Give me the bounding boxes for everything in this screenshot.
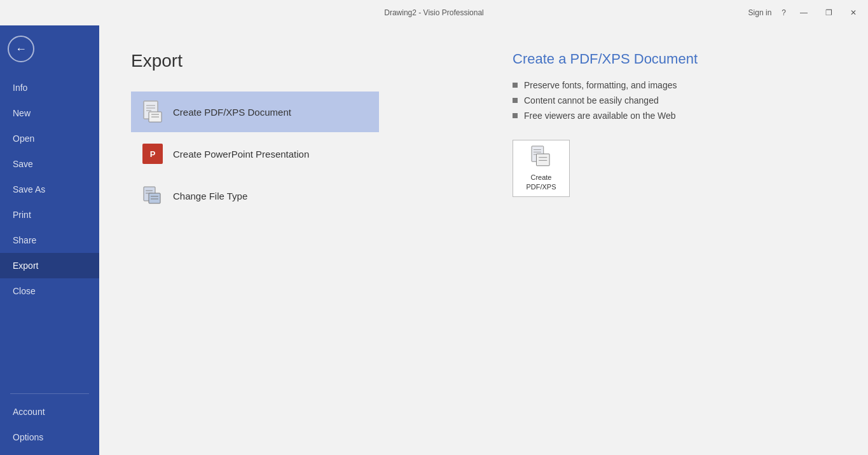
bullet-item: Preserve fonts, formatting, and images <box>513 80 836 90</box>
panel-title: Create a PDF/XPS Document <box>513 51 836 67</box>
pdf-xps-icon <box>141 100 164 123</box>
sidebar: ← Info New Open Save Save As Print Share… <box>0 25 99 455</box>
main-layout: ← Info New Open Save Save As Print Share… <box>0 25 868 455</box>
restore-button[interactable]: ❐ <box>822 7 836 18</box>
bullet-square-icon <box>513 113 518 118</box>
bullet-square-icon <box>513 98 518 103</box>
export-options-list: Create PDF/XPS Document P Create PowerPo… <box>131 92 379 216</box>
titlebar: Drawing2 - Visio Professional Sign in ? … <box>0 0 868 25</box>
export-option-label: Change File Type <box>173 191 247 201</box>
sidebar-item-print[interactable]: Print <box>0 202 99 228</box>
sidebar-item-label: Account <box>13 407 45 417</box>
svg-rect-11 <box>149 193 160 203</box>
svg-rect-18 <box>537 154 550 166</box>
sidebar-item-account[interactable]: Account <box>0 399 99 424</box>
bullet-square-icon <box>513 83 518 88</box>
sidebar-item-save-as[interactable]: Save As <box>0 177 99 202</box>
sidebar-item-label: Options <box>13 432 43 442</box>
create-pdf-xps-btn-icon <box>530 146 553 169</box>
sidebar-item-label: Open <box>13 133 34 144</box>
sidebar-divider <box>10 393 89 394</box>
help-button[interactable]: ? <box>782 8 786 17</box>
titlebar-title: Drawing2 - Visio Professional <box>384 8 484 17</box>
page-title: Export <box>131 51 449 71</box>
sidebar-item-label: Share <box>13 235 36 245</box>
sidebar-item-export[interactable]: Export <box>0 253 99 278</box>
close-button[interactable]: ✕ <box>846 7 860 18</box>
sidebar-item-label: Print <box>13 210 31 220</box>
change-type-icon <box>141 184 164 207</box>
sidebar-item-new[interactable]: New <box>0 100 99 126</box>
sidebar-item-label: Info <box>13 83 27 93</box>
bullet-text: Free viewers are available on the Web <box>524 111 676 121</box>
sidebar-item-share[interactable]: Share <box>0 228 99 253</box>
sidebar-item-label: Save As <box>13 184 45 194</box>
sidebar-item-info[interactable]: Info <box>0 75 99 100</box>
back-icon: ← <box>15 43 27 56</box>
bullet-text: Preserve fonts, formatting, and images <box>524 80 677 90</box>
export-option-label: Create PDF/XPS Document <box>173 107 291 118</box>
export-option-pdf-xps[interactable]: Create PDF/XPS Document <box>131 92 379 132</box>
sidebar-item-label: New <box>13 108 31 118</box>
bullet-text: Content cannot be easily changed <box>524 95 659 105</box>
bullet-item: Free viewers are available on the Web <box>513 111 836 121</box>
export-option-change-type[interactable]: Change File Type <box>131 175 379 216</box>
export-option-ppt[interactable]: P Create PowerPoint Presentation <box>131 133 379 174</box>
sidebar-item-label: Export <box>13 261 38 271</box>
create-pdf-xps-button[interactable]: Create PDF/XPS <box>513 140 570 197</box>
sidebar-item-open[interactable]: Open <box>0 126 99 151</box>
sidebar-item-save[interactable]: Save <box>0 151 99 177</box>
back-button[interactable]: ← <box>8 36 34 62</box>
export-option-label: Create PowerPoint Presentation <box>173 149 309 160</box>
sidebar-item-close[interactable]: Close <box>0 278 99 304</box>
bullet-list: Preserve fonts, formatting, and images C… <box>513 80 836 121</box>
content-area: Export <box>99 25 481 455</box>
signin-link[interactable]: Sign in <box>748 8 772 17</box>
sidebar-item-label: Close <box>13 286 36 296</box>
right-panel: Create a PDF/XPS Document Preserve fonts… <box>481 25 868 455</box>
create-btn-label: Create PDF/XPS <box>526 173 556 191</box>
sidebar-item-options[interactable]: Options <box>0 424 99 450</box>
sidebar-bottom: Account Options <box>0 388 99 455</box>
minimize-button[interactable]: — <box>796 7 811 18</box>
sidebar-item-label: Save <box>13 159 33 169</box>
ppt-icon: P <box>141 142 164 165</box>
bullet-item: Content cannot be easily changed <box>513 95 836 105</box>
